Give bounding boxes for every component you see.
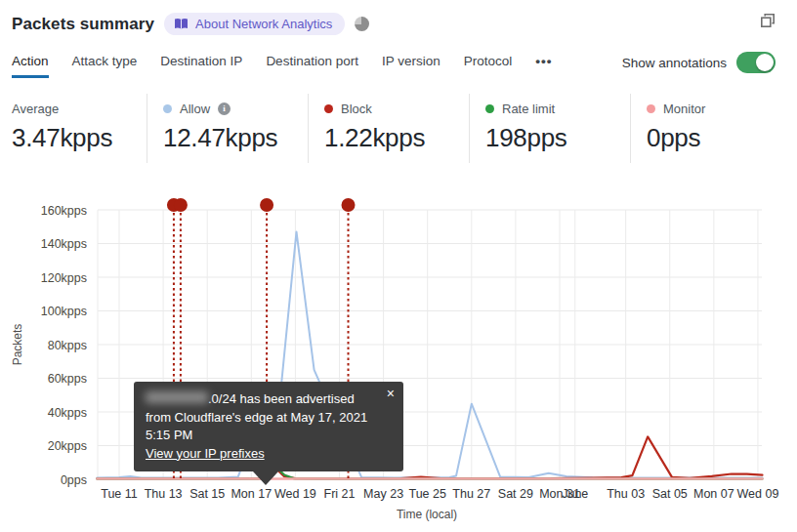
y-tick-label: 60kpps [48,372,87,386]
y-tick-label: 80kpps [48,339,87,352]
x-tick-label: Sat 05 [652,487,688,501]
x-tick-label: Tue 25 [408,487,446,501]
x-tick-label: Wed 19 [274,487,316,501]
x-tick-label: Sat 15 [189,487,225,501]
x-tick-label: Sat 29 [498,487,533,501]
annotation-dot[interactable] [342,198,356,212]
y-tick-label: 140kpps [41,237,87,251]
y-tick-label: 0pps [61,473,87,487]
x-tick-label: Wed 09 [737,487,779,501]
y-tick-label: 120kpps [41,271,87,285]
annotation-tooltip: × .0/24 has been advertised from Cloudfl… [134,382,403,471]
tooltip-arrow [253,471,278,485]
y-tick-label: 100kpps [41,305,87,318]
x-tick-label: Fri 21 [324,487,356,501]
x-tick-label: May 23 [363,487,403,501]
tooltip-close-icon[interactable]: × [387,386,395,401]
x-tick-label: Thu 03 [607,487,645,501]
redacted-ip-prefix [146,391,208,403]
y-tick-label: 40kpps [48,406,87,420]
x-tick-label: June [562,487,588,501]
x-tick-label: Mon 07 [693,487,734,501]
view-ip-prefixes-link[interactable]: View your IP prefixes [146,446,265,461]
annotation-dot[interactable] [174,198,188,212]
x-tick-label: Thu 27 [452,487,490,501]
tooltip-message: .0/24 has been advertised from Cloudflar… [146,390,378,445]
y-axis-title: Packets [11,324,24,366]
y-tick-label: 20kpps [48,439,87,453]
y-tick-label: 160kpps [41,204,87,218]
x-axis-title: Time (local) [397,508,457,521]
x-tick-label: Tue 11 [101,487,138,501]
x-tick-label: Mon 17 [231,487,272,501]
annotation-dot[interactable] [260,198,273,212]
x-tick-label: Thu 13 [145,487,183,501]
